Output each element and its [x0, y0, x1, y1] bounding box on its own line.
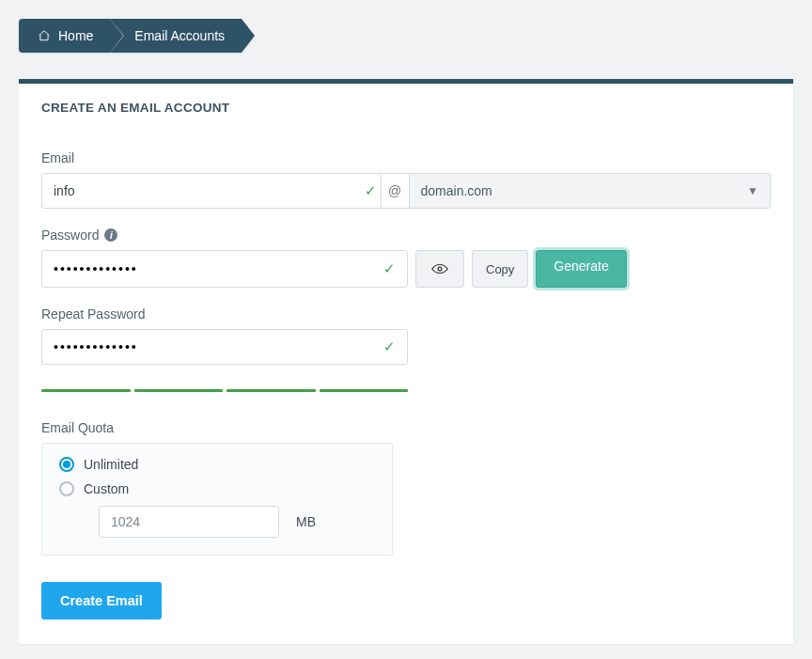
repeat-password-input[interactable] [42, 330, 380, 364]
quota-custom-option[interactable]: Custom [59, 481, 375, 496]
svg-point-0 [438, 267, 442, 271]
reveal-password-button[interactable] [415, 250, 464, 288]
breadcrumb-home-label: Home [58, 28, 93, 43]
info-icon[interactable]: i [104, 228, 117, 242]
quota-custom-label: Custom [84, 481, 129, 496]
field-email: Email ✓ @ domain.com ▼ [41, 150, 771, 209]
chevron-down-icon: ▼ [747, 184, 758, 197]
panel-title: CREATE AN EMAIL ACCOUNT [41, 101, 771, 115]
password-input-wrap: ✓ [41, 250, 408, 288]
quota-unlimited-option[interactable]: Unlimited [59, 457, 375, 472]
quota-custom-radio[interactable] [59, 481, 74, 496]
check-icon: ✓ [361, 182, 381, 199]
create-email-button[interactable]: Create Email [41, 582, 162, 620]
domain-select[interactable]: domain.com ▼ [410, 173, 772, 209]
breadcrumb-home[interactable]: Home [19, 19, 110, 53]
check-icon: ✓ [380, 260, 399, 277]
home-icon [38, 29, 51, 42]
quota-label: Email Quota [41, 420, 771, 435]
repeat-password-label: Repeat Password [41, 306, 771, 322]
quota-unit: MB [296, 514, 316, 529]
quota-unlimited-label: Unlimited [84, 457, 138, 472]
copy-label: Copy [486, 262, 514, 276]
quota-unlimited-radio[interactable] [59, 457, 74, 472]
email-label: Email [41, 150, 771, 165]
at-symbol: @ [382, 173, 410, 209]
breadcrumb: Home Email Accounts [19, 19, 793, 53]
password-label: Password [41, 228, 99, 243]
quota-box: Unlimited Custom MB [41, 443, 393, 556]
breadcrumb-current-label: Email Accounts [134, 28, 225, 43]
check-icon: ✓ [380, 338, 399, 355]
generate-password-button[interactable]: Generate [536, 250, 626, 288]
breadcrumb-current[interactable]: Email Accounts [110, 19, 242, 53]
create-email-label: Create Email [60, 593, 143, 608]
quota-custom-value-input[interactable] [99, 506, 279, 538]
password-input[interactable] [42, 252, 380, 286]
eye-icon [431, 263, 448, 275]
email-local-wrap: ✓ [41, 173, 382, 209]
password-strength-meter [41, 389, 408, 392]
copy-password-button[interactable]: Copy [472, 250, 528, 288]
repeat-password-wrap: ✓ [41, 329, 408, 365]
field-password: Password i ✓ Copy Generate [41, 228, 771, 288]
panel-create-email: CREATE AN EMAIL ACCOUNT Email ✓ @ domain… [19, 79, 793, 644]
generate-label: Generate [554, 259, 608, 274]
domain-select-value: domain.com [421, 183, 492, 198]
email-local-input[interactable] [42, 174, 361, 208]
